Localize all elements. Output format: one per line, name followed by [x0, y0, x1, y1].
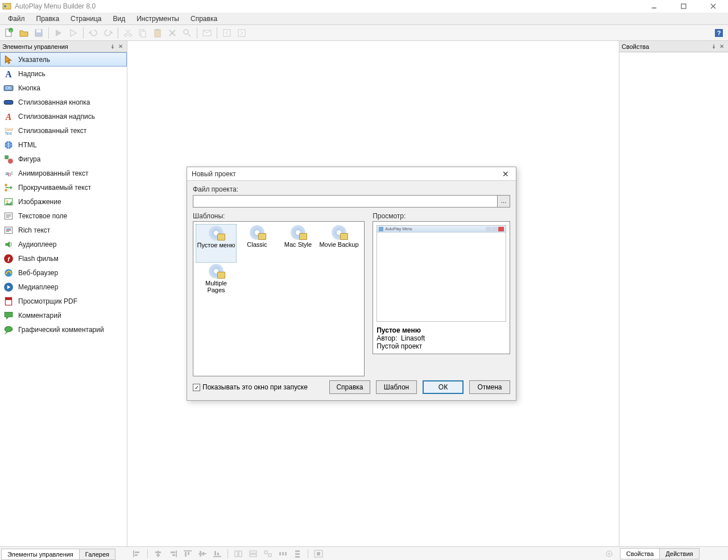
dialog-close-button[interactable]: ✕	[500, 169, 511, 179]
control-pointer[interactable]: Указатель	[0, 52, 127, 67]
undo-button[interactable]	[86, 26, 100, 40]
template-multi[interactable]: Multiple Pages	[196, 263, 237, 301]
align-top-icon[interactable]	[181, 548, 194, 559]
control-styled-button[interactable]: Стилизованная кнопка	[0, 95, 127, 109]
space-v-icon[interactable]	[291, 548, 304, 559]
svg-rect-58	[5, 297, 11, 300]
control-styled-label[interactable]: AСтилизованная надпись	[0, 109, 127, 123]
cancel-button[interactable]: Отмена	[469, 380, 510, 394]
window-titlebar: AutoPlay Menu Builder 8.0	[0, 0, 728, 13]
toolbar-separator	[217, 27, 217, 39]
dialog-title: Новый проект	[192, 170, 500, 178]
close-button[interactable]	[705, 1, 721, 12]
align-middle-icon[interactable]	[196, 548, 209, 559]
preview-description: Пустой проект	[377, 342, 506, 350]
template-movie[interactable]: Movie Backup	[318, 224, 359, 263]
delete-button[interactable]	[166, 26, 179, 40]
ok-button[interactable]: ОК	[423, 380, 464, 394]
close-icon[interactable]: ✕	[117, 43, 125, 51]
control-pdf[interactable]: Просмотрщик PDF	[0, 294, 127, 308]
control-comment[interactable]: Комментарий	[0, 308, 127, 322]
control-label: Rich текст	[18, 226, 50, 234]
same-height-icon[interactable]	[247, 548, 259, 559]
menu-page[interactable]: Страница	[65, 14, 107, 24]
pin-icon[interactable]	[109, 43, 117, 51]
control-styled-text[interactable]: CoolTextСтилизованный текст	[0, 123, 127, 138]
pin-icon[interactable]	[710, 43, 718, 51]
preview-button[interactable]	[52, 26, 65, 40]
svg-rect-62	[133, 550, 134, 557]
control-richtext[interactable]: Rich текст	[0, 223, 127, 237]
copy-button[interactable]	[136, 26, 150, 40]
control-image[interactable]: Изображение	[0, 194, 127, 209]
svg-rect-90	[295, 553, 300, 555]
page-next-button[interactable]	[235, 26, 249, 40]
paste-button[interactable]	[151, 26, 164, 40]
control-audio[interactable]: Аудиоплеер	[0, 237, 127, 251]
flash-icon: f	[3, 254, 14, 264]
menu-help[interactable]: Справка	[185, 14, 223, 24]
mail-button[interactable]	[200, 26, 214, 40]
align-left-icon[interactable]	[131, 548, 143, 559]
same-size-icon[interactable]	[262, 548, 274, 559]
control-textbox[interactable]: Текстовое поле	[0, 209, 127, 223]
control-media[interactable]: Медиаплеер	[0, 280, 127, 294]
open-button[interactable]	[17, 26, 31, 40]
space-h-icon[interactable]	[276, 548, 289, 559]
minimize-button[interactable]	[646, 1, 662, 12]
center-in-parent-icon[interactable]	[312, 548, 325, 559]
align-center-h-icon[interactable]	[152, 548, 164, 559]
close-icon[interactable]: ✕	[718, 43, 726, 51]
same-width-icon[interactable]	[232, 548, 245, 559]
svg-point-11	[125, 34, 127, 36]
dialog-titlebar: Новый проект ✕	[187, 167, 516, 181]
control-scrolling-text[interactable]: Прокручиваемый текст	[0, 180, 127, 194]
svg-text:OK: OK	[6, 86, 11, 90]
browse-button[interactable]: …	[498, 195, 510, 208]
menu-edit[interactable]: Правка	[31, 14, 65, 24]
menu-view[interactable]: Вид	[107, 14, 131, 24]
cut-button[interactable]	[121, 26, 135, 40]
align-bottom-icon[interactable]	[211, 548, 224, 559]
control-label[interactable]: AНадпись	[0, 67, 127, 81]
align-right-icon[interactable]	[167, 548, 179, 559]
template-button[interactable]: Шаблон	[376, 380, 417, 394]
svg-rect-81	[239, 551, 242, 557]
tab-actions[interactable]: Действия	[659, 548, 699, 559]
control-html[interactable]: HTML	[0, 138, 127, 152]
svg-rect-67	[156, 554, 160, 556]
properties-panel: Свойства ✕	[619, 41, 728, 560]
control-animated-text[interactable]: abcАнимированный текст	[0, 166, 127, 180]
template-mac[interactable]: Mac Style	[278, 224, 318, 263]
find-button[interactable]	[180, 26, 194, 40]
help-button[interactable]: ?	[712, 26, 726, 40]
svg-rect-63	[135, 551, 139, 553]
help-button[interactable]: Справка	[329, 380, 370, 394]
build-button[interactable]	[67, 26, 80, 40]
tab-controls[interactable]: Элементы управления	[1, 549, 80, 560]
tab-gallery[interactable]: Галерея	[79, 549, 115, 560]
redo-button[interactable]	[101, 26, 115, 40]
page-prev-button[interactable]	[220, 26, 234, 40]
control-button[interactable]: OKКнопка	[0, 81, 127, 95]
tab-properties[interactable]: Свойства	[620, 548, 660, 559]
control-label: HTML	[18, 141, 37, 149]
svg-point-44	[6, 200, 8, 202]
template-classic[interactable]: Classic	[237, 224, 278, 263]
preview-box: AutoPlay Menu Пустое меню Автор: Linasof…	[373, 221, 510, 354]
svg-line-22	[188, 34, 191, 36]
menu-file[interactable]: Файл	[2, 14, 31, 24]
show-on-start-checkbox[interactable]: ✓ Показывать это окно при запуске	[193, 383, 308, 391]
save-button[interactable]	[32, 26, 46, 40]
project-file-input[interactable]	[193, 195, 498, 208]
maximize-button[interactable]	[676, 1, 692, 12]
template-empty[interactable]: Пустое меню	[196, 224, 237, 263]
control-flash[interactable]: fFlash фильм	[0, 251, 127, 266]
new-button[interactable]: +	[2, 26, 16, 40]
control-browser[interactable]: Веб-браузер	[0, 266, 127, 280]
control-graphic-comment[interactable]: Графический комментарий	[0, 322, 127, 337]
control-shape[interactable]: Фигура	[0, 152, 127, 166]
menu-tools[interactable]: Инструменты	[131, 14, 185, 24]
align-toolbar-close-icon[interactable]	[603, 548, 615, 559]
audio-icon	[3, 239, 14, 250]
